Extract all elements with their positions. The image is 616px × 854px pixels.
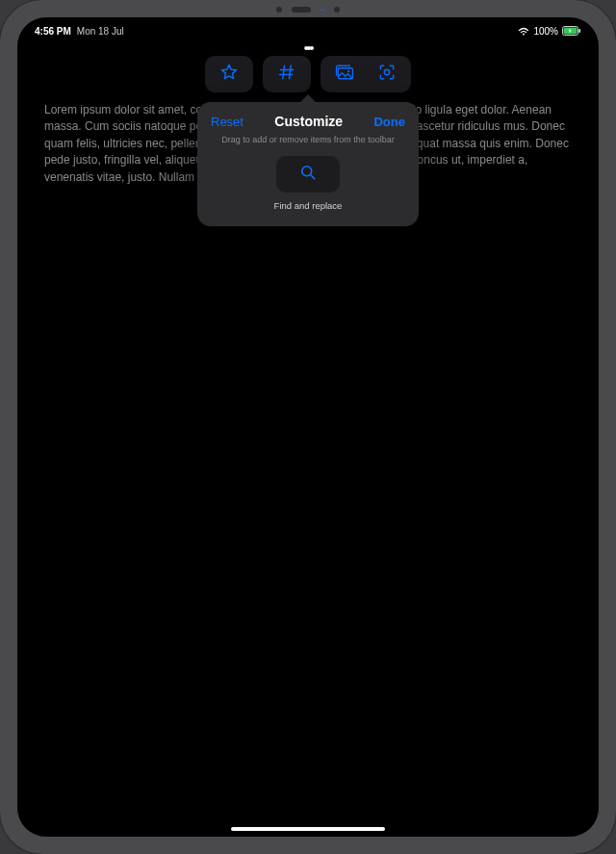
battery-charging-icon: [562, 26, 581, 36]
number-icon: [277, 63, 296, 86]
toolbar-overflow-button[interactable]: •••: [304, 40, 313, 56]
scan-viewfinder-icon: [377, 63, 397, 86]
status-time: 4:56 PM: [35, 26, 71, 37]
find-replace-item[interactable]: [276, 156, 340, 193]
ipad-frame: •• 4:56 PM Mon 18 Jul 100% •••: [0, 0, 616, 854]
reset-button[interactable]: Reset: [211, 115, 244, 129]
wifi-icon: [518, 26, 529, 36]
battery-text: 100%: [533, 26, 558, 37]
svg-point-0: [524, 33, 526, 35]
done-button[interactable]: Done: [373, 115, 405, 129]
toolbar-number-button[interactable]: [266, 59, 308, 90]
popover-subtitle: Drag to add or remove items from the too…: [211, 135, 405, 144]
svg-rect-3: [579, 29, 581, 33]
status-date: Mon 18 Jul: [77, 26, 124, 37]
svg-point-5: [347, 70, 349, 72]
find-replace-label: Find and replace: [274, 200, 343, 211]
toolbar-scan-button[interactable]: [366, 59, 408, 90]
screen: 4:56 PM Mon 18 Jul 100% •••: [17, 17, 599, 837]
svg-point-6: [384, 69, 389, 74]
photo-stack-icon: [334, 63, 355, 86]
customize-toolbar-popover: Reset Customize Done Drag to add or remo…: [197, 102, 419, 226]
star-icon: [219, 63, 239, 86]
toolbar-photo-button[interactable]: [323, 59, 366, 90]
search-icon: [298, 163, 318, 186]
toolbar-star-button[interactable]: [208, 59, 250, 90]
home-indicator[interactable]: [231, 827, 385, 831]
toolbar: [205, 56, 411, 92]
popover-title: Customize: [274, 114, 343, 129]
sensor-cluster: ••: [250, 4, 366, 15]
